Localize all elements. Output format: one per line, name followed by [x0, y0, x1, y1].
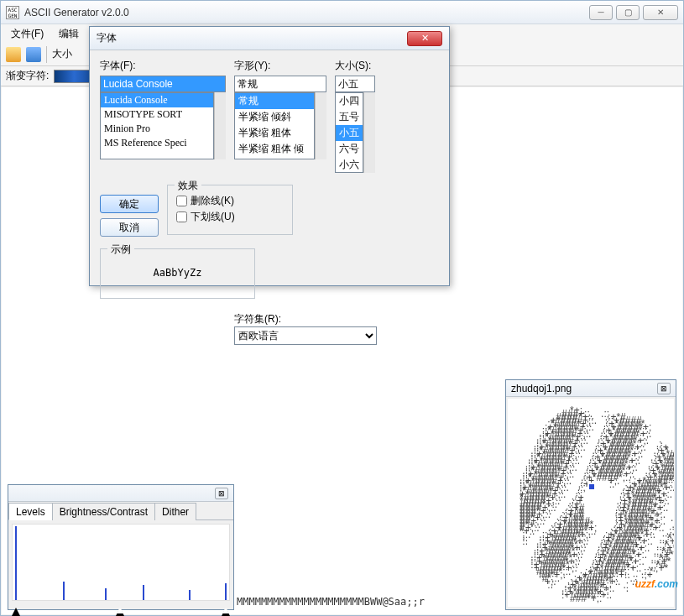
- save-icon[interactable]: [26, 47, 41, 62]
- font-dialog: 字体 ✕ 字体(F): Lucida ConsoleMISOTYPE SORTM…: [89, 26, 450, 286]
- dialog-title: 字体: [97, 31, 407, 45]
- list-item[interactable]: 半紧缩 倾斜: [235, 109, 314, 125]
- gradient-label: 渐变字符:: [6, 69, 49, 83]
- underline-label: 下划线(U): [191, 210, 235, 224]
- list-item[interactable]: 常规: [235, 93, 314, 109]
- preview-title: zhudqoj1.png: [511, 383, 572, 394]
- close-button[interactable]: ✕: [643, 5, 678, 20]
- effects-group: 效果 删除线(K) 下划线(U): [167, 185, 293, 235]
- size-label: 大小: [52, 47, 72, 61]
- menu-file[interactable]: 文件(F): [4, 25, 50, 43]
- preview-titlebar: zhudqoj1.png ⊠: [506, 380, 676, 397]
- list-item[interactable]: 五号: [336, 109, 363, 125]
- tab-levels[interactable]: Levels: [8, 503, 53, 520]
- dialog-close-button[interactable]: ✕: [407, 31, 442, 46]
- ascii-output-text: MMMMMMMMMMMMMMMMMMMMMBWW@Saa;;r: [237, 596, 425, 608]
- panel-close-button[interactable]: ⊠: [657, 383, 671, 394]
- font-listbox[interactable]: Lucida ConsoleMISOTYPE SORTMinion ProMS …: [100, 92, 214, 159]
- font-input[interactable]: [100, 76, 226, 92]
- open-icon[interactable]: [6, 47, 21, 62]
- panel-close-button[interactable]: ⊠: [215, 488, 228, 499]
- sample-text: AaBbYyZz: [154, 267, 202, 279]
- preview-marker[interactable]: [587, 483, 596, 491]
- list-item[interactable]: 半紧缩 粗体 倾: [235, 141, 314, 157]
- strikeout-label: 删除线(K): [191, 194, 234, 208]
- sample-group: 示例 AaBbYyZz: [100, 248, 255, 299]
- levels-tabs: LevelsBrightness/ContrastDither: [8, 502, 233, 520]
- list-item[interactable]: MS Reference Speci: [101, 136, 213, 150]
- font-label: 字体(F):: [100, 59, 226, 73]
- style-label: 字形(Y):: [234, 59, 326, 73]
- ok-button[interactable]: 确定: [100, 195, 159, 213]
- levels-titlebar: ⊠: [8, 485, 233, 502]
- charset-row: 字符集(R): 西欧语言: [100, 312, 394, 345]
- titlebar: ASC GEN ASCII Generator v2.0.0 ─ ▢ ✕: [1, 1, 683, 24]
- size-listbox[interactable]: 小四五号小五六号小六七号八号: [335, 92, 363, 173]
- scrollbar[interactable]: [363, 92, 375, 173]
- histogram: [12, 524, 230, 601]
- preview-body: *+:. ###+;:. .:; ####*+:. .:+*# +*####+;…: [508, 399, 674, 607]
- list-item[interactable]: MISOTYPE SORT: [101, 107, 213, 122]
- underline-checkbox[interactable]: 下划线(U): [176, 210, 284, 224]
- size-input[interactable]: [335, 76, 375, 92]
- preview-panel: zhudqoj1.png ⊠ *+:.: [505, 379, 676, 610]
- menu-edit[interactable]: 编辑: [52, 25, 86, 43]
- list-item[interactable]: Lucida Console: [101, 93, 213, 107]
- charset-label: 字符集(R):: [234, 312, 394, 326]
- list-item[interactable]: 六号: [336, 141, 363, 157]
- white-point-handle[interactable]: [222, 606, 230, 616]
- dialog-titlebar: 字体 ✕: [90, 27, 449, 50]
- black-point-handle[interactable]: [12, 606, 20, 616]
- app-icon: ASC GEN: [6, 6, 19, 19]
- tab-brightnesscontrast[interactable]: Brightness/Contrast: [52, 503, 155, 520]
- sample-title: 示例: [107, 243, 134, 257]
- list-item[interactable]: 小五: [336, 125, 363, 141]
- list-item[interactable]: 半紧缩 粗体: [235, 125, 314, 141]
- list-item[interactable]: 小四: [336, 93, 363, 109]
- size-label: 大小(S):: [335, 59, 375, 73]
- main-window: ASC GEN ASCII Generator v2.0.0 ─ ▢ ✕ 文件(…: [0, 0, 684, 616]
- levels-slider[interactable]: [12, 604, 230, 616]
- charset-select[interactable]: 西欧语言: [234, 326, 377, 345]
- minimize-button[interactable]: ─: [589, 5, 613, 20]
- window-title: ASCII Generator v2.0.0: [24, 7, 589, 18]
- style-input[interactable]: [234, 76, 326, 92]
- effects-title: 效果: [175, 179, 201, 193]
- maximize-button[interactable]: ▢: [616, 5, 640, 20]
- cancel-button[interactable]: 取消: [100, 218, 159, 237]
- mid-point-handle[interactable]: [116, 606, 124, 616]
- strikeout-checkbox[interactable]: 删除线(K): [176, 194, 284, 208]
- list-item[interactable]: Minion Pro: [101, 122, 213, 136]
- style-listbox[interactable]: 常规半紧缩 倾斜半紧缩 粗体半紧缩 粗体 倾: [234, 92, 315, 159]
- scrollbar[interactable]: [214, 92, 226, 159]
- list-item[interactable]: 小六: [336, 157, 363, 173]
- scrollbar[interactable]: [315, 92, 326, 159]
- levels-panel: ⊠ LevelsBrightness/ContrastDither: [8, 484, 234, 610]
- tab-dither[interactable]: Dither: [154, 503, 196, 520]
- ascii-preview: *+:. ###+;:. .:; ####*+:. .:+*# +*####+;…: [511, 402, 671, 603]
